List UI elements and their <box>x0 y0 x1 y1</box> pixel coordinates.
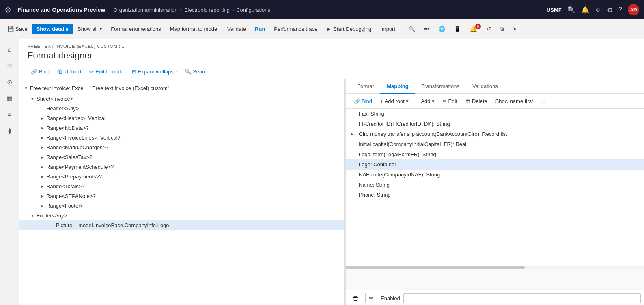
tree-item-sheet[interactable]: ▼ Sheet<Invoice> <box>19 94 344 103</box>
unbind-button[interactable]: 🗑 Unbind <box>54 67 84 76</box>
bind-icon: 🔗 <box>31 69 37 75</box>
range-sepanote-toggle-icon[interactable]: ▶ <box>39 193 45 199</box>
notification-count-icon[interactable]: 🔔 0 <box>465 23 482 35</box>
tree-item-range-paymentschedule[interactable]: ▶ Range<PaymentSchedule>? <box>19 162 344 172</box>
help-icon[interactable]: ? <box>618 6 622 13</box>
show-all-button[interactable]: Show all <box>73 24 106 34</box>
range-nodata-toggle-icon[interactable]: ▶ <box>39 125 45 131</box>
sidebar-grid-icon[interactable]: ▦ <box>2 91 17 105</box>
tree-item-range-salestax[interactable]: ▶ Range<SalesTax>? <box>19 152 344 162</box>
show-name-first-button[interactable]: Show name first <box>492 97 536 106</box>
settings-icon[interactable]: ⚙ <box>607 6 613 14</box>
phone-toolbar-icon[interactable]: 📱 <box>450 24 465 34</box>
tab-validations[interactable]: Validations <box>466 79 504 94</box>
tree-item-header[interactable]: ▶ Header<Any> <box>19 103 344 113</box>
search-toolbar-icon[interactable]: 🔍 <box>405 24 419 34</box>
inner-toolbar: 🔗 Bind 🗑 Unbind ✏ Edit formula ⊞ Expand/… <box>19 64 644 79</box>
start-debugging-button[interactable]: ⏵ Start Debugging <box>322 24 375 34</box>
sidebar-home-icon[interactable]: ⌂ <box>2 42 17 57</box>
horizontal-scrollbar[interactable] <box>346 266 644 269</box>
mapping-add-root-button[interactable]: + Add root ▾ <box>377 97 412 106</box>
validate-button[interactable]: Validate <box>223 24 250 34</box>
tree-item-range-sepanote[interactable]: ▶ Range<SEPANote>? <box>19 191 344 201</box>
expand-icon: ⊞ <box>132 69 136 75</box>
search-nav-icon[interactable]: 🔍 <box>567 6 575 14</box>
tree-root[interactable]: ▼ Free text invoice: Excel = "Free text … <box>19 82 344 94</box>
breadcrumb-configurations[interactable]: Configurations <box>236 7 270 13</box>
range-salestax-toggle-icon[interactable]: ▶ <box>39 154 45 160</box>
range-footer-toggle-icon[interactable]: ▶ <box>39 202 45 209</box>
close-toolbar-button[interactable]: ✕ <box>508 24 521 34</box>
tree-item-range-totals[interactable]: ▶ Range<Totals>? <box>19 181 344 191</box>
ds-item-name[interactable]: ▶ Name: String <box>346 180 644 190</box>
format-enumerations-button[interactable]: Format enumerations <box>107 24 165 34</box>
range-paymentschedule-toggle-icon[interactable]: ▶ <box>39 163 45 170</box>
avatar[interactable]: AD <box>628 4 639 15</box>
open-icon[interactable]: ⧉ <box>496 24 508 35</box>
formula-input[interactable] <box>346 269 644 290</box>
sidebar-list-icon[interactable]: ≡ <box>2 107 17 122</box>
mapping-more-button[interactable]: ... <box>538 97 547 106</box>
app-grid-icon[interactable]: ⊙ <box>5 5 11 14</box>
breadcrumb-org-admin[interactable]: Organization administration <box>113 7 177 13</box>
performance-trace-button[interactable]: Performance trace <box>270 24 321 34</box>
range-totals-toggle-icon[interactable]: ▶ <box>39 183 45 189</box>
tab-format[interactable]: Format <box>351 79 380 94</box>
formula-delete-button[interactable]: 🗑 <box>349 293 362 303</box>
tree-item-range-markupcharges[interactable]: ▶ Range<MarkupCharges>? <box>19 142 344 152</box>
tree-item-range-invoicelines[interactable]: ▶ Range<InvoiceLines>: Vertical? <box>19 133 344 142</box>
search-inner-button[interactable]: 🔍 Search <box>181 67 213 76</box>
tree-item-footer[interactable]: ▼ Footer<Any> <box>19 210 344 220</box>
show-details-button[interactable]: Show details <box>32 24 73 34</box>
sidebar-filter-icon[interactable]: ⧫ <box>2 123 17 138</box>
mapping-edit-button[interactable]: ✏ Edit <box>439 97 461 106</box>
mapping-bind-button[interactable]: 🔗 Bind <box>351 97 375 106</box>
ds-item-logo[interactable]: ▶ Logo: Container <box>346 159 644 170</box>
more-toolbar-button[interactable]: ••• <box>420 24 434 34</box>
root-toggle-icon[interactable]: ▼ <box>23 85 29 91</box>
enabled-input[interactable] <box>403 293 641 303</box>
range-header-toggle-icon[interactable]: ▶ <box>39 115 45 121</box>
tree-item-range-header[interactable]: ▶ Range<Header>: Vertical <box>19 113 344 123</box>
ds-item-naf-code[interactable]: ▶ NAF code(CompanyIdNAF): String <box>346 170 644 180</box>
refresh-toolbar-icon[interactable]: ↺ <box>482 24 495 34</box>
sheet-toggle-icon[interactable]: ▼ <box>29 95 36 102</box>
giro-toggle[interactable]: ▶ <box>351 132 357 136</box>
sidebar-clock-icon[interactable]: ⊙ <box>2 75 17 89</box>
tree-item-range-footer[interactable]: ▶ Range<Footer> <box>19 201 344 210</box>
tree-item-range-nodata[interactable]: ▶ Range<NoData>? <box>19 123 344 133</box>
range-markupcharges-toggle-icon[interactable]: ▶ <box>39 144 45 150</box>
mapping-delete-button[interactable]: 🗑 Delete <box>462 97 491 106</box>
org-selector[interactable]: USMF <box>547 7 562 13</box>
range-prepayments-toggle-icon[interactable]: ▶ <box>39 173 45 180</box>
footer-toggle-icon[interactable]: ▼ <box>29 212 36 219</box>
mapping-add-button[interactable]: + Add ▾ <box>414 97 438 106</box>
range-invoicelines-toggle-icon[interactable]: ▶ <box>39 134 45 141</box>
run-button[interactable]: Run <box>251 24 269 34</box>
mapping-toolbar: 🔗 Bind + Add root ▾ + Add ▾ ✏ <box>346 94 644 109</box>
ds-item-giro[interactable]: ▶ Giro money transfer slip account(BankA… <box>346 129 644 139</box>
ds-item-initial-capital[interactable]: ▶ Initial capital(CompanyInitialCapital_… <box>346 139 644 149</box>
import-button[interactable]: Import <box>376 24 399 34</box>
save-button[interactable]: 💾 Save <box>3 24 32 34</box>
sidebar-star-icon[interactable]: ☆ <box>2 58 17 73</box>
expand-collapse-button[interactable]: ⊞ Expand/collapse <box>129 67 180 76</box>
smiley-icon[interactable]: ☺ <box>595 6 601 13</box>
tab-transformations[interactable]: Transformations <box>415 79 466 94</box>
ds-item-fax[interactable]: ▶ Fax: String <box>346 109 644 119</box>
map-format-to-model-button[interactable]: Map format to model <box>166 24 222 34</box>
breadcrumb-electronic-reporting[interactable]: Electronic reporting <box>184 7 230 13</box>
tree-item-range-prepayments[interactable]: ▶ Range<Prepayments>? <box>19 172 344 181</box>
main-content: FREE TEXT INVOICE (EXCEL) CUSTOM : 1 For… <box>19 39 644 305</box>
edit-formula-button[interactable]: ✏ Edit formula <box>86 67 127 76</box>
globe-icon[interactable]: 🌐 <box>435 24 449 34</box>
ds-item-phone[interactable]: ▶ Phone: String <box>346 190 644 200</box>
ds-item-legal-form[interactable]: ▶ Legal form(LegalFormFR): String <box>346 149 644 159</box>
tab-mapping[interactable]: Mapping <box>380 79 415 94</box>
mapping-bind-icon: 🔗 <box>354 98 360 104</box>
bind-button[interactable]: 🔗 Bind <box>28 67 53 76</box>
notifications-icon[interactable]: 🔔 <box>581 6 589 14</box>
ds-item-ficreditor[interactable]: ▶ FI-Creditor ID(FICreditorID_DK): Strin… <box>346 119 644 129</box>
formula-edit-button[interactable]: ✏ <box>365 293 377 303</box>
tree-item-picture[interactable]: ▶ Picture = model.InvoiceBase.CompanyInf… <box>19 220 344 230</box>
